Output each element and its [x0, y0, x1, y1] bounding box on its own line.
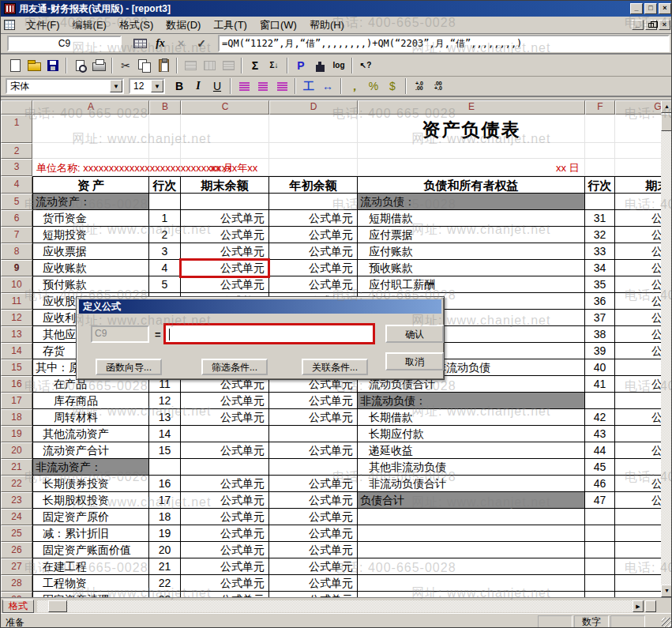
cell[interactable] — [32, 143, 149, 159]
menu-item-3[interactable]: 数据(D) — [160, 17, 207, 34]
cell-line-no[interactable]: 17 — [149, 492, 181, 509]
decrease-decimal-icon[interactable]: .00 +.0 — [429, 77, 448, 96]
dialog-title-bar[interactable]: 定义公式 — [79, 299, 441, 314]
cell[interactable] — [585, 143, 615, 159]
col-header-D[interactable]: D — [269, 100, 358, 115]
print-icon[interactable] — [89, 56, 108, 74]
col-header-E[interactable]: E — [358, 100, 585, 115]
cell[interactable] — [269, 115, 358, 143]
cell-label[interactable]: 短期借款 — [358, 210, 585, 227]
cell-label[interactable]: 其他非流动负债 — [358, 459, 585, 476]
cell-line-no[interactable]: 40 — [585, 359, 615, 376]
cancel-button[interactable]: 取消 — [385, 352, 444, 370]
cell-label[interactable]: 短期投资 — [32, 227, 149, 243]
cell-value[interactable]: 公式单元 — [269, 393, 358, 409]
cell-label[interactable]: 非流动负债合计 — [358, 476, 585, 492]
cell-label[interactable]: 流动负债： — [358, 194, 585, 210]
keypad-icon[interactable] — [131, 36, 148, 51]
cell[interactable] — [269, 143, 358, 159]
cell-label[interactable] — [358, 542, 585, 558]
col-header-B[interactable]: B — [149, 100, 181, 115]
cell-label[interactable] — [358, 558, 585, 575]
chevron-down-icon[interactable]: ▼ — [110, 80, 122, 92]
cell-value[interactable]: 公式单元 — [269, 210, 358, 227]
cell-line-no[interactable] — [149, 459, 181, 476]
cell-line-no[interactable]: 31 — [585, 210, 615, 227]
cell-line-no[interactable]: 41 — [585, 376, 615, 393]
cell-line-no[interactable]: 45 — [585, 459, 615, 476]
table-header-c[interactable]: 期末余额 — [181, 176, 269, 194]
vertical-scroll-thumb[interactable] — [661, 114, 672, 131]
cell-label[interactable]: 递延收益 — [358, 442, 585, 459]
cell-label[interactable]: 减：累计折旧 — [32, 525, 149, 542]
cell-label[interactable]: 长期借款 — [358, 409, 585, 426]
cell-value[interactable]: 公式单元 — [269, 525, 358, 542]
cell-line-no[interactable]: 20 — [149, 542, 181, 558]
table-header-e[interactable]: 负债和所有者权益 — [358, 176, 585, 194]
cell-label[interactable]: 固定资产原价 — [32, 509, 149, 525]
cell-label[interactable]: 固定资产账面价值 — [32, 542, 149, 558]
copy-icon[interactable] — [135, 56, 154, 74]
cell[interactable] — [32, 115, 149, 143]
align-right-icon[interactable] — [272, 77, 291, 96]
cell-line-no[interactable] — [585, 509, 615, 525]
function-wizard-icon[interactable]: fx — [152, 36, 169, 51]
cancel-edit-icon[interactable]: × — [172, 36, 190, 51]
cell-value[interactable]: 公式单元 — [181, 525, 269, 542]
scroll-up-icon[interactable]: ▲ — [661, 100, 672, 113]
row-header[interactable]: 22 — [1, 476, 32, 492]
cell-line-no[interactable]: 2 — [149, 227, 181, 243]
cell-line-no[interactable]: 14 — [149, 426, 181, 442]
cell-value[interactable]: 公式单元 — [181, 492, 269, 509]
cell-label[interactable]: 负债合计 — [358, 492, 585, 509]
row-header[interactable]: 9 — [1, 260, 32, 276]
cell[interactable] — [181, 115, 269, 143]
page-format-icon[interactable]: P — [291, 56, 310, 74]
cell-line-no[interactable]: 4 — [149, 260, 181, 276]
paste-icon[interactable] — [154, 56, 173, 74]
tab-format-sheet[interactable]: 格式 — [2, 600, 34, 613]
save-icon[interactable] — [43, 56, 62, 74]
cell-line-no[interactable] — [585, 575, 615, 592]
cell-line-no[interactable]: 12 — [149, 393, 181, 409]
fit-width-icon[interactable]: ↔ — [318, 77, 337, 96]
row-header[interactable]: 2 — [1, 143, 32, 159]
cell-label[interactable]: 长期股权投资 — [32, 492, 149, 509]
row-header[interactable]: 16 — [1, 376, 32, 393]
cell-line-no[interactable]: 38 — [585, 326, 615, 343]
cell-line-no[interactable]: 44 — [585, 442, 615, 459]
row-header[interactable]: 1 — [1, 115, 32, 143]
cell-label[interactable]: 预付账款 — [32, 276, 149, 293]
chevron-down-icon[interactable]: ▼ — [151, 80, 163, 92]
cell-value[interactable]: 公式单元 — [269, 409, 358, 426]
scrollbar-end-box[interactable] — [645, 600, 656, 612]
row-header[interactable]: 26 — [1, 542, 32, 558]
cell-value[interactable]: 公式单元 — [269, 558, 358, 575]
cut-icon[interactable]: ✂ — [116, 56, 135, 74]
sum-column-icon[interactable]: Σ↓ — [265, 56, 283, 74]
cell-reference-box[interactable]: C9 — [7, 36, 122, 51]
col-header-C[interactable]: C — [181, 100, 269, 115]
horizontal-scrollbar[interactable] — [37, 600, 644, 612]
child-restore-button[interactable] — [645, 20, 657, 30]
cell-value[interactable]: 公式单元 — [181, 558, 269, 575]
cell[interactable] — [358, 159, 585, 176]
cell-line-no[interactable]: 39 — [585, 343, 615, 359]
cell-label[interactable]: 周转材料 — [32, 409, 149, 426]
cell-value[interactable]: 公式单元 — [181, 442, 269, 459]
comma-style-icon[interactable]: ， — [345, 77, 364, 96]
cell-value[interactable] — [181, 194, 269, 210]
cell-line-no[interactable]: 19 — [149, 525, 181, 542]
cell-label[interactable]: 固定资产清理 — [32, 592, 149, 597]
font-size-select[interactable]: 12 ▼ — [129, 78, 165, 94]
cell-line-no[interactable]: 5 — [149, 276, 181, 293]
cell-line-no[interactable]: 1 — [149, 210, 181, 227]
cell-label[interactable]: 应付职工薪酬 — [358, 276, 585, 293]
row-header[interactable]: 12 — [1, 310, 32, 326]
cell-label[interactable]: 应收账款 — [32, 260, 149, 276]
cell-value[interactable]: 公式单元 — [269, 260, 358, 276]
row-header[interactable]: 10 — [1, 276, 32, 293]
row-header[interactable]: 29 — [1, 592, 32, 597]
cell-label[interactable]: 货币资金 — [32, 210, 149, 227]
row-header[interactable]: 7 — [1, 227, 32, 243]
